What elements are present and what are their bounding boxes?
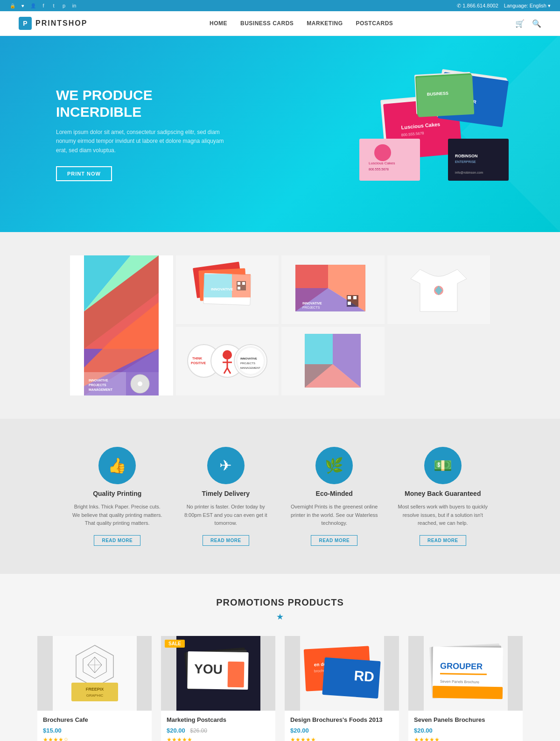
svg-text:RD: RD [353, 668, 375, 685]
quality-icon-circle: 👍 [98, 447, 136, 484]
svg-rect-19 [448, 139, 509, 181]
product-stars-1: ★★★★☆ [43, 736, 146, 741]
nav-business-cards[interactable]: BUSINESS CARDS [240, 20, 294, 27]
heart-icon: ♥ [20, 2, 26, 9]
nav-marketing[interactable]: MARKETING [307, 20, 343, 27]
svg-text:YOU: YOU [194, 662, 222, 677]
svg-text:GRAPHIC: GRAPHIC [86, 693, 103, 698]
portfolio-item-folder[interactable] [281, 327, 385, 395]
products-grid: FREEPIX GRAPHIC Brochures Cafe $15.00 ★★… [37, 636, 523, 741]
nav-postcards[interactable]: POSTCARDS [356, 20, 393, 27]
eco-icon-circle: 🌿 [315, 447, 353, 484]
portfolio-item-tshirt[interactable] [387, 255, 490, 324]
leaf-icon: 🌿 [325, 457, 343, 474]
nav-home[interactable]: HOME [210, 20, 227, 27]
hero-text: Lorem ipsum dolor sit amet, consectetur … [56, 128, 233, 155]
pinterest-icon[interactable]: p [61, 2, 67, 9]
promotions-title: PROMOTIONS PRODUCTS [37, 597, 523, 608]
product-design-brochures[interactable]: en design brochures RD Design Brochures'… [285, 636, 399, 741]
product-price-3: $20.00 [290, 727, 309, 734]
feature-eco: 🌿 Eco-Minded Overnight Prints is the gre… [287, 447, 382, 546]
linkedin-icon[interactable]: in [71, 2, 77, 9]
cart-icon[interactable]: 🛒 [515, 19, 525, 28]
product-image-2: SALE YOU [161, 636, 275, 711]
product-name-2: Marketing Postcards [167, 716, 270, 723]
language-selector[interactable]: Language: English ▾ [504, 3, 551, 9]
top-bar: 🔒 ♥ 👤 f t p in ✆ 1.866.614.8002 Language… [0, 0, 560, 11]
svg-rect-57 [348, 302, 351, 305]
money-back-read-more-button[interactable]: READ MORE [420, 535, 466, 546]
svg-text:800.555.5678: 800.555.5678 [369, 168, 389, 171]
features-grid: 👍 Quality Printing Bright Inks. Thick Pa… [70, 447, 490, 546]
section-divider: ★ [37, 612, 523, 622]
product-stars-2: ★★★★★ [167, 736, 270, 741]
portfolio-item-folded[interactable]: INNOVATIVE PROJECTS [281, 255, 385, 324]
svg-point-34 [138, 381, 142, 386]
sale-badge: SALE [165, 640, 185, 648]
logo-icon: P [19, 17, 32, 30]
svg-text:POSITIVE: POSITIVE [191, 361, 206, 365]
promotions-section: PROMOTIONS PRODUCTS ★ FREEPIX [0, 574, 560, 741]
svg-text:INNOVATIVE: INNOVATIVE [211, 287, 233, 291]
product-name-4: Seven Panels Brochures [414, 716, 517, 723]
hero-print-button[interactable]: PRINT NOW [56, 166, 112, 181]
product-pricing-3: $20.00 [290, 726, 393, 734]
svg-text:Luscious Cakes: Luscious Cakes [369, 161, 395, 165]
logo-name: PRINTSHOP [35, 19, 87, 28]
quality-read-more-button[interactable]: READ MORE [94, 535, 140, 546]
delivery-desc: No printer is faster. Order today by 8:0… [179, 503, 273, 528]
svg-text:PROJECTS: PROJECTS [240, 362, 255, 365]
money-back-desc: Most sellers work with buyers to quickly… [396, 503, 490, 528]
product-image-4: GROUPER Seven Panels Brochure [408, 636, 523, 711]
product-seven-panels[interactable]: GROUPER Seven Panels Brochure Seven Pane… [408, 636, 523, 741]
portfolio-item-cards1[interactable]: INNOVATIVE [176, 255, 279, 324]
product-brochures-cafe[interactable]: FREEPIX GRAPHIC Brochures Cafe $15.00 ★★… [37, 636, 152, 741]
svg-rect-96 [227, 661, 244, 687]
product-pricing-1: $15.00 [43, 726, 146, 734]
svg-text:PROJECTS: PROJECTS [302, 306, 320, 309]
product-price-2: $20.00 [167, 727, 185, 734]
product-name-3: Design Brochures's Foods 2013 [290, 716, 393, 723]
svg-text:Seven Panels Brochure: Seven Panels Brochure [440, 679, 479, 684]
eco-title: Eco-Minded [316, 490, 353, 497]
svg-point-73 [238, 348, 264, 374]
delivery-read-more-button[interactable]: READ MORE [203, 535, 249, 546]
thumbs-up-icon: 👍 [108, 457, 126, 474]
product-marketing-postcards[interactable]: SALE YOU Marketing Postcards $20.00 $26.… [161, 636, 275, 741]
search-icon[interactable]: 🔍 [532, 19, 541, 28]
portfolio-item-pins[interactable]: THINK POSITIVE INNOVATIVE PROJECTS MANAG… [176, 327, 279, 395]
svg-rect-44 [238, 282, 240, 285]
logo[interactable]: P PRINTSHOP [19, 17, 87, 30]
phone-number: ✆ 1.866.614.8002 [457, 3, 498, 9]
eco-read-more-button[interactable]: READ MORE [311, 535, 357, 546]
money-icon-circle: 💵 [424, 447, 462, 484]
feature-quality: 👍 Quality Printing Bright Inks. Thick Pa… [70, 447, 165, 546]
eco-desc: Overnight Prints is the greenest online … [287, 503, 382, 528]
product-image-1: FREEPIX GRAPHIC [37, 636, 152, 711]
svg-text:ROBINSON: ROBINSON [455, 154, 478, 158]
svg-text:INNOVATIVE: INNOVATIVE [240, 357, 257, 360]
delivery-icon-circle: ✈ [207, 447, 245, 484]
svg-text:MANAGEMENT: MANAGEMENT [240, 367, 260, 369]
portfolio-item-brochure[interactable]: INNOVATIVE PROJECTS MANAGEMENT [70, 255, 173, 395]
portfolio-section: INNOVATIVE PROJECTS MANAGEMENT INNOVATIV… [0, 232, 560, 419]
svg-rect-46 [238, 287, 240, 289]
delivery-title: Timely Delivery [202, 490, 250, 497]
header: P PRINTSHOP HOME BUSINESS CARDS MARKETIN… [0, 11, 560, 36]
quality-desc: Bright Inks. Thick Paper. Precise cuts. … [70, 503, 165, 528]
feature-delivery: ✈ Timely Delivery No printer is faster. … [179, 447, 273, 546]
svg-point-67 [223, 350, 232, 360]
svg-rect-15 [359, 139, 420, 181]
product-name-1: Brochures Cafe [43, 716, 146, 723]
product-stars-4: ★★★★★ [414, 736, 517, 741]
product-info-4: Seven Panels Brochures $20.00 ★★★★★ [408, 711, 523, 741]
plane-icon: ✈ [219, 457, 232, 474]
hero-title: WE PRODUCE INCERDIBLE [56, 87, 233, 120]
quality-title: Quality Printing [93, 490, 141, 497]
portfolio-grid: INNOVATIVE PROJECTS MANAGEMENT INNOVATIV… [70, 255, 490, 395]
money-icon: 💵 [434, 457, 452, 474]
twitter-icon[interactable]: t [50, 2, 57, 9]
svg-rect-55 [348, 296, 351, 299]
facebook-icon[interactable]: f [40, 2, 47, 9]
product-price-1: $15.00 [43, 727, 62, 734]
